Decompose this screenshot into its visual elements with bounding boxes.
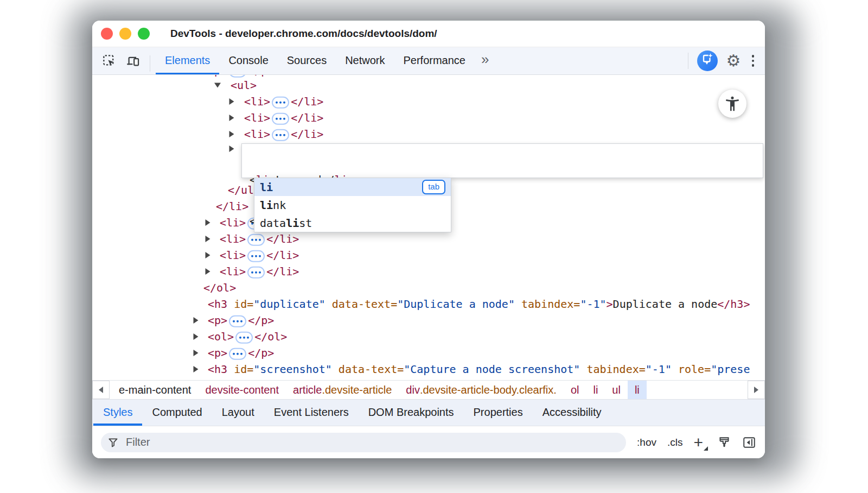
code-segment: <h3 — [208, 298, 227, 311]
code-segment: <li> — [220, 265, 246, 278]
breadcrumb-scroll-right-button[interactable] — [748, 381, 765, 399]
code-segment: id= — [227, 298, 253, 311]
expand-children-pill-icon[interactable] — [272, 129, 289, 141]
code-segment: <li> — [244, 111, 270, 124]
breadcrumb-item[interactable]: li — [628, 381, 647, 399]
tab-performance[interactable]: Performance — [394, 47, 475, 74]
code-segment: <p> — [208, 314, 227, 327]
autocomplete-item[interactable]: datalist — [254, 214, 451, 232]
dom-node-text: <li></li> — [220, 265, 299, 279]
tab-sources[interactable]: Sources — [278, 47, 336, 74]
tab-layout[interactable]: Layout — [212, 400, 264, 426]
code-segment: </p> — [248, 346, 274, 359]
disclosure-collapsed-icon[interactable] — [194, 317, 199, 324]
code-segment: <ol> — [208, 330, 234, 343]
code-segment: tabindex= — [580, 363, 645, 376]
tab-console[interactable]: Console — [219, 47, 277, 74]
disclosure-collapsed-icon[interactable] — [229, 98, 234, 105]
breadcrumb-scroll-left-button[interactable] — [92, 381, 110, 399]
dom-tree-row[interactable]: <p></p> — [92, 312, 765, 328]
expand-children-pill-icon[interactable] — [229, 347, 246, 359]
code-segment: <li> — [220, 216, 246, 229]
settings-gear-icon[interactable]: ⚙ — [726, 53, 741, 69]
ai-assistant-icon[interactable] — [697, 50, 718, 71]
breadcrumb-item[interactable]: article.devsite-article — [286, 381, 399, 399]
kebab-menu-icon[interactable] — [750, 53, 757, 69]
dom-tree-row[interactable]: <p></p> — [92, 345, 765, 361]
dock-side-icon[interactable] — [742, 435, 756, 450]
breadcrumb-item[interactable]: li — [586, 381, 605, 399]
breadcrumb-item[interactable]: e-main-content — [112, 381, 198, 399]
element-classes-button[interactable]: .cls — [667, 437, 683, 448]
breadcrumb-item[interactable]: devsite-content — [198, 381, 286, 399]
disclosure-collapsed-icon[interactable] — [229, 131, 234, 137]
code-segment: <li> — [244, 95, 270, 108]
panel-tabs: ElementsConsoleSourcesNetworkPerformance — [156, 47, 475, 74]
minimize-window-button[interactable] — [119, 28, 131, 40]
zoom-window-button[interactable] — [138, 28, 150, 40]
tab-properties[interactable]: Properties — [464, 400, 533, 426]
expand-children-pill-icon[interactable] — [272, 112, 289, 124]
dom-tree-row[interactable]: <ul> — [92, 77, 765, 93]
code-segment: data-text= — [332, 363, 404, 376]
autocomplete-item[interactable]: link — [254, 196, 451, 214]
filter-pill[interactable] — [101, 433, 626, 452]
dom-tree-row[interactable]: <h3 id="duplicate" data-text="Duplicate … — [92, 296, 765, 312]
expand-children-pill-icon[interactable] — [272, 96, 289, 108]
tab-network[interactable]: Network — [336, 47, 394, 74]
disclosure-collapsed-icon[interactable] — [206, 236, 210, 242]
chevron-right-icon — [754, 387, 758, 393]
tab-event-listeners[interactable]: Event Listeners — [264, 400, 359, 426]
dom-tree-row[interactable]: <li></li> — [92, 110, 765, 126]
new-style-rule-plus-icon[interactable]: + — [693, 434, 706, 451]
code-segment: </h3> — [717, 298, 750, 311]
breadcrumb-item[interactable]: ol — [564, 381, 586, 399]
disclosure-collapsed-icon[interactable] — [206, 268, 210, 275]
expand-children-pill-icon[interactable] — [229, 315, 246, 327]
filter-input[interactable] — [125, 435, 620, 449]
disclosure-collapsed-icon[interactable] — [194, 366, 199, 372]
code-segment: Duplicate a node — [613, 298, 718, 311]
chevron-left-icon — [99, 387, 103, 393]
tab-dom-breakpoints[interactable]: DOM Breakpoints — [359, 400, 464, 426]
more-tabs-button[interactable]: » — [475, 47, 495, 74]
code-segment: id= — [227, 363, 253, 376]
inspect-icon[interactable] — [100, 52, 118, 70]
dom-tree-row[interactable]: <ol></ol> — [92, 328, 765, 345]
dom-node-text: <li></li> — [244, 111, 323, 125]
disclosure-collapsed-icon[interactable] — [229, 115, 234, 121]
code-segment: "screenshot" — [253, 363, 332, 376]
expand-children-pill-icon[interactable] — [235, 331, 253, 343]
tab-accessibility[interactable]: Accessibility — [533, 400, 611, 426]
dom-tree-panel: <li>Leonard</li> <li litablinkdatalist <… — [92, 75, 765, 380]
disclosure-collapsed-icon[interactable] — [229, 146, 234, 152]
rendering-brush-icon[interactable] — [717, 435, 731, 450]
expand-children-pill-icon[interactable] — [247, 266, 265, 278]
autocomplete-item[interactable]: litab — [254, 178, 451, 196]
toggle-element-state-button[interactable]: :hov — [637, 437, 656, 448]
dom-tree-row[interactable]: <li></li> — [92, 93, 765, 110]
close-window-button[interactable] — [101, 28, 113, 40]
breadcrumb-item[interactable]: ul — [605, 381, 628, 399]
disclosure-collapsed-icon[interactable] — [194, 350, 199, 356]
tab-computed[interactable]: Computed — [142, 400, 212, 426]
dom-tree-row[interactable]: </ol> — [92, 280, 765, 296]
code-segment: > — [607, 298, 613, 311]
disclosure-collapsed-icon[interactable] — [194, 333, 199, 340]
accessibility-overlay-button[interactable] — [718, 90, 746, 118]
toolbar-left-icons — [92, 47, 156, 74]
device-toolbar-icon[interactable] — [124, 52, 142, 70]
dom-node-text: <h3 id="screenshot" data-text="Capture a… — [208, 363, 750, 376]
devtools-toolbar: ElementsConsoleSourcesNetworkPerformance… — [92, 47, 765, 75]
breadcrumb-item[interactable]: div.devsite-article-body.clearfix. — [399, 381, 564, 399]
disclosure-collapsed-icon[interactable] — [206, 252, 210, 258]
tab-styles[interactable]: Styles — [93, 400, 142, 426]
disclosure-collapsed-icon[interactable] — [206, 219, 210, 226]
code-segment: </ol> — [203, 281, 236, 294]
dom-tree-row[interactable]: <li></li> — [92, 126, 765, 142]
dom-edit-textbox[interactable]: <li>Leonard</li> <li — [241, 143, 763, 178]
tab-elements[interactable]: Elements — [156, 47, 219, 74]
dom-tree-row[interactable]: <h3 id="screenshot" data-text="Capture a… — [92, 361, 765, 377]
disclosure-expanded-icon[interactable] — [214, 83, 221, 88]
dom-tree-row[interactable]: <li></li> — [92, 263, 765, 280]
